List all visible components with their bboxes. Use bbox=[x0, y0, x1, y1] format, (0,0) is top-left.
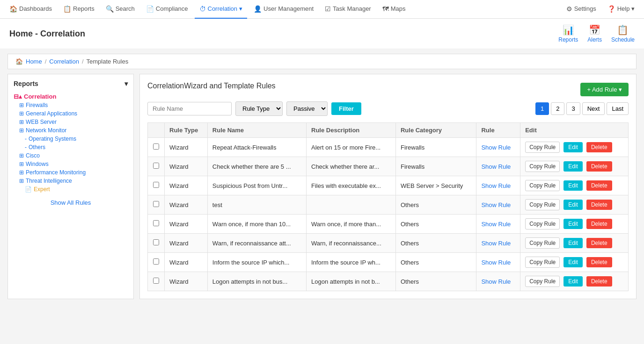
row-rule-category: Others bbox=[395, 215, 476, 234]
rule-type-select[interactable]: Rule Type bbox=[235, 101, 283, 116]
sidebar-item-web-server[interactable]: ⊞ WEB Server bbox=[14, 118, 128, 126]
sidebar-header[interactable]: Reports ▾ bbox=[14, 80, 128, 87]
nav-item-user-management[interactable]: 👤 User Management bbox=[249, 0, 318, 19]
row-checkbox[interactable] bbox=[153, 163, 159, 169]
row-rule-type: Wizard bbox=[165, 195, 208, 215]
row-checkbox[interactable] bbox=[153, 239, 159, 245]
nav-item-compliance[interactable]: 📄 Compliance bbox=[141, 0, 193, 19]
edit-button[interactable]: Edit bbox=[564, 142, 583, 152]
page-btn-3[interactable]: 3 bbox=[566, 102, 580, 115]
copy-rule-button[interactable]: Copy Rule bbox=[525, 257, 560, 268]
page-btn-1[interactable]: 1 bbox=[535, 102, 549, 115]
row-checkbox[interactable] bbox=[153, 182, 159, 188]
nav-item-search[interactable]: 🔍 Search bbox=[101, 0, 139, 19]
nav-item-settings[interactable]: ⚙ Settings bbox=[562, 0, 601, 19]
maps-icon: 🗺 bbox=[382, 5, 389, 13]
row-checkbox[interactable] bbox=[153, 143, 159, 150]
nav-item-reports[interactable]: 📋 Reports bbox=[59, 0, 99, 19]
show-rule-link[interactable]: Show Rule bbox=[481, 221, 511, 228]
edit-button[interactable]: Edit bbox=[564, 257, 583, 267]
row-rule-type: Wizard bbox=[165, 176, 208, 195]
table-row: Wizard Check whether there are 5 ... Che… bbox=[148, 157, 629, 176]
sidebar-item-operating-systems[interactable]: - Operating Systems bbox=[14, 135, 128, 143]
delete-button[interactable]: Delete bbox=[586, 142, 612, 152]
show-rule-link[interactable]: Show Rule bbox=[481, 278, 511, 285]
row-rule-category: Others bbox=[395, 195, 476, 215]
sidebar-item-performance-monitoring[interactable]: ⊞ Performance Monitoring bbox=[14, 168, 128, 177]
show-rule-link[interactable]: Show Rule bbox=[481, 144, 511, 151]
page-btn-next[interactable]: Next bbox=[582, 102, 605, 115]
show-rule-link[interactable]: Show Rule bbox=[481, 259, 511, 266]
edit-button[interactable]: Edit bbox=[564, 161, 583, 172]
row-rule-cell: Show Rule bbox=[476, 195, 520, 215]
delete-button[interactable]: Delete bbox=[586, 200, 612, 210]
row-rule-category: Firewalls bbox=[395, 138, 476, 157]
rule-name-input[interactable] bbox=[147, 102, 232, 115]
row-checkbox-cell bbox=[148, 272, 165, 291]
sidebar-item-expert[interactable]: 📄 Expert bbox=[14, 185, 128, 194]
row-checkbox[interactable] bbox=[153, 220, 159, 226]
row-checkbox-cell bbox=[148, 253, 165, 272]
delete-button[interactable]: Delete bbox=[586, 219, 612, 229]
sidebar-item-general-applications[interactable]: ⊞ General Applications bbox=[14, 109, 128, 118]
row-rule-cell: Show Rule bbox=[476, 157, 520, 176]
header-schedule-label: Schedule bbox=[611, 36, 635, 43]
edit-button[interactable]: Edit bbox=[564, 180, 583, 191]
sidebar-footer: Show All Rules bbox=[14, 199, 128, 206]
copy-rule-button[interactable]: Copy Rule bbox=[525, 276, 560, 287]
row-rule-category: Others bbox=[395, 234, 476, 253]
edit-button[interactable]: Edit bbox=[564, 238, 583, 248]
nav-item-maps[interactable]: 🗺 Maps bbox=[378, 0, 410, 19]
breadcrumb-home-link[interactable]: Home bbox=[26, 58, 42, 65]
row-checkbox[interactable] bbox=[153, 258, 159, 265]
delete-button[interactable]: Delete bbox=[586, 238, 612, 248]
edit-button[interactable]: Edit bbox=[564, 276, 583, 287]
breadcrumb-home-icon: 🏠 bbox=[15, 58, 23, 65]
delete-button[interactable]: Delete bbox=[586, 276, 612, 287]
row-rule-category: Others bbox=[395, 272, 476, 291]
page-btn-last[interactable]: Last bbox=[607, 102, 629, 115]
header-action-schedule[interactable]: 📋 Schedule bbox=[611, 24, 635, 43]
header-actions: 📊 Reports 📅 Alerts 📋 Schedule bbox=[558, 24, 635, 43]
copy-rule-button[interactable]: Copy Rule bbox=[525, 180, 560, 191]
nav-item-help[interactable]: ❓ Help ▾ bbox=[603, 0, 639, 19]
row-checkbox[interactable] bbox=[153, 201, 159, 207]
show-rule-link[interactable]: Show Rule bbox=[481, 240, 511, 247]
header-action-alerts[interactable]: 📅 Alerts bbox=[587, 24, 602, 43]
show-rule-link[interactable]: Show Rule bbox=[481, 182, 511, 189]
delete-button[interactable]: Delete bbox=[586, 180, 612, 191]
copy-rule-button[interactable]: Copy Rule bbox=[525, 142, 560, 153]
sidebar-item-others[interactable]: - Others bbox=[14, 143, 128, 151]
row-btn-group: Copy Rule Edit Delete bbox=[525, 199, 623, 210]
edit-button[interactable]: Edit bbox=[564, 200, 583, 210]
delete-button[interactable]: Delete bbox=[586, 161, 612, 172]
nav-item-task-manager[interactable]: ☑ Task Manager bbox=[320, 0, 376, 19]
copy-rule-button[interactable]: Copy Rule bbox=[525, 218, 560, 229]
sidebar-item-cisco[interactable]: ⊞ Cisco bbox=[14, 151, 128, 160]
row-checkbox[interactable] bbox=[153, 278, 159, 284]
copy-rule-button[interactable]: Copy Rule bbox=[525, 237, 560, 249]
sidebar-item-threat-intelligence[interactable]: ⊞ Threat Intelligence bbox=[14, 177, 128, 185]
sidebar-item-correlation[interactable]: ⊟▴ Correlation bbox=[14, 92, 128, 101]
breadcrumb-correlation-link[interactable]: Correlation bbox=[49, 58, 79, 65]
sidebar-item-network-monitor[interactable]: ⊞ Network Monitor bbox=[14, 126, 128, 135]
general-applications-tree-icon: ⊞ bbox=[19, 110, 24, 117]
header-reports-icon: 📊 bbox=[563, 24, 574, 36]
passive-select[interactable]: Passive bbox=[286, 101, 328, 116]
sidebar-item-firewalls[interactable]: ⊞ Firewalls bbox=[14, 101, 128, 109]
show-all-rules-button[interactable]: Show All Rules bbox=[51, 199, 91, 206]
add-rule-button[interactable]: + Add Rule ▾ bbox=[580, 83, 629, 96]
copy-rule-button[interactable]: Copy Rule bbox=[525, 161, 560, 172]
sidebar-item-windows[interactable]: ⊞ Windows bbox=[14, 160, 128, 168]
nav-item-dashboards[interactable]: 🏠 Dashboards bbox=[5, 0, 57, 19]
nav-item-correlation[interactable]: ⏱ Correlation ▾ bbox=[195, 0, 248, 19]
edit-button[interactable]: Edit bbox=[564, 219, 583, 229]
delete-button[interactable]: Delete bbox=[586, 257, 612, 267]
filter-button[interactable]: Filter bbox=[331, 102, 361, 115]
page-btn-2[interactable]: 2 bbox=[551, 102, 564, 115]
header-action-reports[interactable]: 📊 Reports bbox=[558, 24, 578, 43]
copy-rule-button[interactable]: Copy Rule bbox=[525, 199, 560, 210]
firewalls-tree-label: Firewalls bbox=[26, 102, 48, 108]
show-rule-link[interactable]: Show Rule bbox=[481, 201, 511, 208]
show-rule-link[interactable]: Show Rule bbox=[481, 163, 511, 170]
